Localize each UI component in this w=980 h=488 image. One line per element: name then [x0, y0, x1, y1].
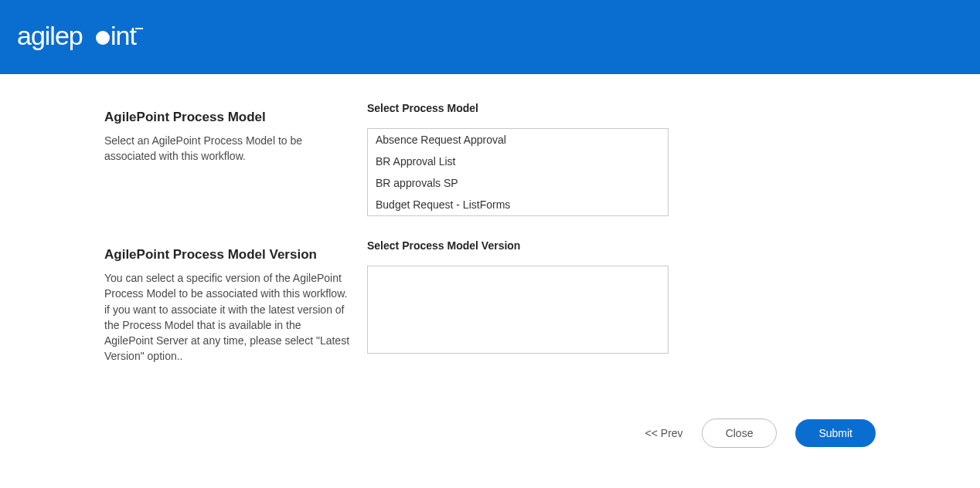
list-item[interactable]: Absence Request Approval	[368, 129, 668, 151]
svg-rect-3	[135, 28, 143, 29]
main-content: AgilePoint Process Model Select an Agile…	[0, 74, 980, 463]
close-button[interactable]: Close	[702, 419, 778, 448]
process-model-field: Select Process Model Absence Request App…	[367, 102, 669, 216]
svg-text:agilep: agilep	[17, 22, 83, 50]
app-header: agilep int	[0, 0, 980, 74]
process-model-version-info: AgilePoint Process Model Version You can…	[104, 239, 367, 364]
footer-actions: << Prev Close Submit	[104, 388, 876, 463]
process-model-version-title: AgilePoint Process Model Version	[104, 247, 352, 263]
submit-button[interactable]: Submit	[795, 419, 876, 447]
process-model-description: Select an AgilePoint Process Model to be…	[104, 133, 352, 164]
prev-button[interactable]: << Prev	[645, 427, 683, 439]
svg-text:int: int	[111, 22, 137, 50]
list-item[interactable]: BR Approval List	[368, 151, 668, 172]
brand-logo: agilep int	[17, 22, 164, 53]
agilepoint-logo-icon: agilep int	[17, 22, 164, 53]
process-model-field-label: Select Process Model	[367, 102, 669, 114]
process-model-info: AgilePoint Process Model Select an Agile…	[104, 102, 367, 216]
process-model-title: AgilePoint Process Model	[104, 110, 352, 125]
list-item[interactable]: BR approvals SP	[368, 172, 668, 194]
list-item[interactable]: Budget Request - ListForms	[368, 194, 668, 215]
process-model-listbox[interactable]: Absence Request Approval BR Approval Lis…	[367, 128, 669, 216]
process-model-row: AgilePoint Process Model Select an Agile…	[104, 102, 876, 216]
process-model-version-row: AgilePoint Process Model Version You can…	[104, 239, 876, 364]
process-model-version-listbox[interactable]	[367, 266, 669, 354]
process-model-version-field: Select Process Model Version	[367, 239, 669, 364]
svg-point-1	[96, 31, 110, 45]
process-model-version-description: You can select a specific version of the…	[104, 270, 352, 364]
process-model-version-field-label: Select Process Model Version	[367, 239, 669, 252]
